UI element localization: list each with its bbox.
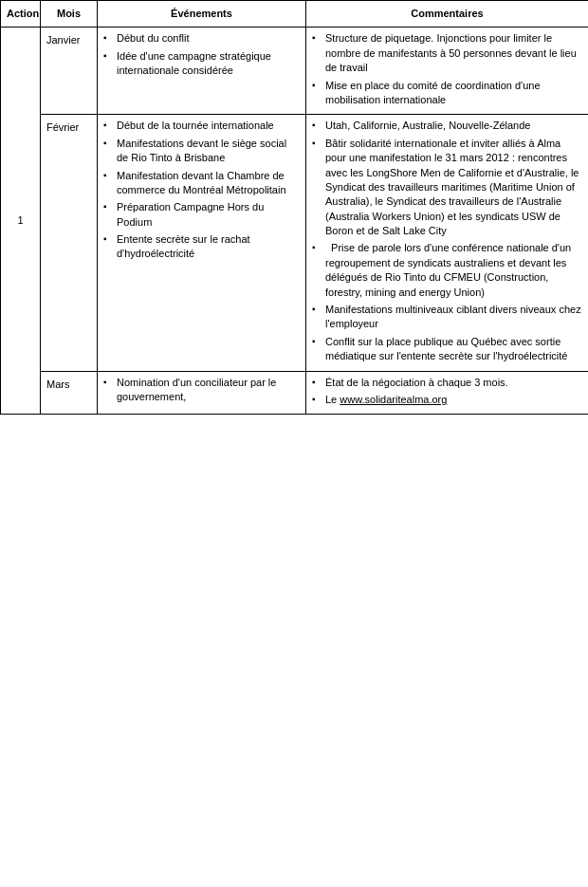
header-action: Action [1, 1, 41, 28]
table-row: Mars Nomination d'un conciliateur par le… [1, 371, 589, 415]
header-commentaires: Commentaires [306, 1, 589, 28]
commentaires-mars: État de la négociation à chaque 3 mois. … [306, 371, 589, 415]
mois-fevrier: Février [41, 115, 98, 371]
table-row: Février Début de la tournée internationa… [1, 115, 589, 371]
header-mois: Mois [41, 1, 98, 28]
table-row: 1 Janvier Début du conflit Idée d'une ca… [1, 28, 589, 115]
commentaires-fevrier: Utah, Californie, Australie, Nouvelle-Zé… [306, 115, 589, 371]
header-evenements: Événements [98, 1, 306, 28]
commentaires-janvier: Structure de piquetage. Injonctions pour… [306, 28, 589, 115]
main-table: Action Mois Événements Commentaires 1 Ja… [0, 0, 588, 415]
evenements-janvier: Début du conflit Idée d'une campagne str… [98, 28, 306, 115]
evenements-mars: Nomination d'un conciliateur par le gouv… [98, 371, 306, 415]
action-cell: 1 [1, 28, 41, 415]
evenements-fevrier: Début de la tournée internationale Manif… [98, 115, 306, 371]
website-link[interactable]: www.solidaritealma.org [340, 394, 447, 405]
mois-janvier: Janvier [41, 28, 98, 115]
mois-mars: Mars [41, 371, 98, 415]
